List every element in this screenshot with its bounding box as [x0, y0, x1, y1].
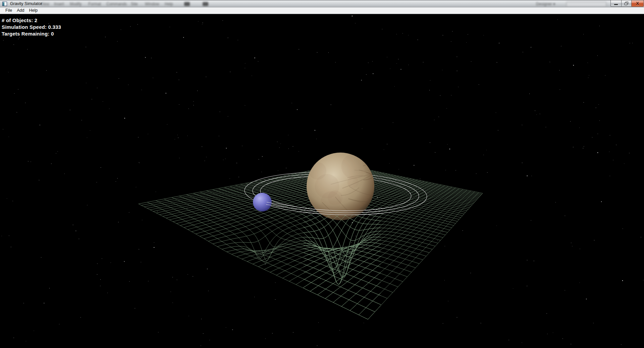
minimize-icon [614, 4, 618, 5]
scene-canvas [0, 14, 644, 348]
menubar: File Add Help [0, 7, 644, 14]
app-icon [2, 2, 7, 6]
background-menu-item: Modify [70, 2, 82, 6]
window-controls: X [610, 0, 644, 7]
menu-add[interactable]: Add [14, 7, 26, 14]
hud-object-count: # of Objects: 2 [2, 17, 61, 24]
app-window: ViewInsertModifyFormatCommandsSiteWindow… [0, 0, 644, 348]
minimize-button[interactable] [610, 0, 621, 7]
background-toolbar-icon [203, 2, 208, 6]
background-menu-item: Format [88, 2, 101, 6]
background-menu-item: Insert [54, 2, 64, 6]
background-designer-label: Designer ▾ [536, 2, 555, 6]
titlebar[interactable]: ViewInsertModifyFormatCommandsSiteWindow… [0, 0, 644, 7]
background-search-box [566, 2, 606, 7]
restore-button[interactable] [621, 0, 632, 7]
moon-object[interactable] [253, 193, 272, 212]
background-menu-item: Help [165, 2, 173, 6]
background-menu-item: Window [145, 2, 159, 6]
menu-file[interactable]: File [3, 7, 14, 14]
close-icon: X [636, 1, 639, 6]
background-window-menus: ViewInsertModifyFormatCommandsSiteWindow… [0, 0, 644, 7]
hud-simulation-speed: Simulation Speed: 0.333 [2, 24, 61, 31]
close-button[interactable]: X [632, 0, 644, 7]
background-menu-item: Commands [106, 2, 127, 6]
background-menu-item: Site [131, 2, 138, 6]
background-toolbar-icon [184, 2, 190, 6]
simulation-viewport[interactable]: # of Objects: 2 Simulation Speed: 0.333 … [0, 14, 644, 348]
restore-icon [625, 2, 629, 5]
menu-help[interactable]: Help [26, 7, 40, 14]
window-title: Gravity Simulator [10, 0, 42, 7]
hud-overlay: # of Objects: 2 Simulation Speed: 0.333 … [2, 17, 61, 37]
hud-targets-remaining: Targets Remaining: 0 [2, 31, 61, 37]
